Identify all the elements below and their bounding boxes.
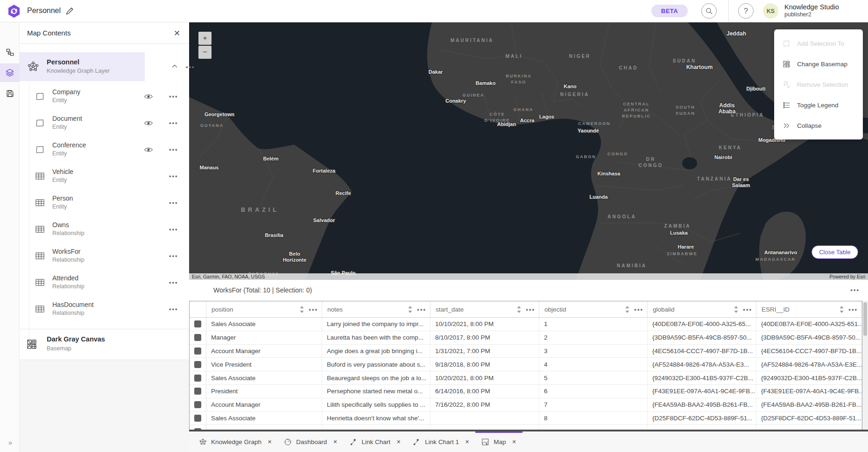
horizontal-scrollbar[interactable] bbox=[189, 430, 868, 431]
sort-icon[interactable] bbox=[625, 306, 629, 313]
menu-item-collapse[interactable]: Collapse bbox=[774, 115, 863, 136]
edit-title-icon[interactable] bbox=[64, 6, 75, 16]
layer-options-icon[interactable]: ••• bbox=[169, 173, 178, 180]
vertical-scrollbar-thumb[interactable] bbox=[863, 302, 867, 336]
layer-item-attended[interactable]: Attended Relationship ••• bbox=[20, 269, 189, 296]
sort-icon[interactable] bbox=[840, 306, 844, 313]
layer-item-conference[interactable]: Conference Entity ••• bbox=[20, 136, 189, 163]
cell-esri-id: {3DB9A59C-B5FA-49CB-8597-50... bbox=[756, 331, 862, 344]
sort-icon[interactable] bbox=[408, 306, 412, 313]
layer-item-document[interactable]: Document Entity ••• bbox=[20, 110, 189, 136]
city-label: Nairobi bbox=[714, 154, 732, 160]
layer-name: Person bbox=[52, 195, 73, 202]
layer-item-owns[interactable]: Owns Relationship ••• bbox=[20, 216, 189, 243]
row-checkbox[interactable] bbox=[194, 415, 201, 422]
close-tab-icon[interactable]: ✕ bbox=[333, 439, 337, 445]
column-options-icon[interactable]: ••• bbox=[743, 306, 752, 313]
row-checkbox[interactable] bbox=[194, 348, 201, 355]
column-options-icon[interactable]: ••• bbox=[526, 306, 535, 313]
visibility-eye-icon[interactable] bbox=[144, 145, 153, 154]
column-header-notes[interactable]: notes ••• bbox=[322, 301, 430, 317]
save-icon[interactable] bbox=[0, 84, 20, 103]
row-checkbox[interactable] bbox=[194, 361, 201, 368]
layer-options-icon[interactable]: ••• bbox=[169, 226, 178, 233]
column-options-icon[interactable]: ••• bbox=[417, 306, 426, 313]
layer-options-icon[interactable]: ••• bbox=[169, 119, 178, 126]
cell-objectid: 8 bbox=[539, 412, 648, 425]
close-tab-icon[interactable]: ✕ bbox=[268, 439, 272, 445]
close-tab-icon[interactable]: ✕ bbox=[512, 439, 516, 445]
column-header-start_date[interactable]: start_date ••• bbox=[430, 301, 539, 317]
layer-item-person[interactable]: Person Entity ••• bbox=[20, 189, 189, 216]
layer-item-hasdocument[interactable]: HasDocument Relationship ••• bbox=[20, 296, 189, 322]
city-label: Jeddah bbox=[727, 30, 746, 37]
search-button[interactable] bbox=[701, 3, 717, 19]
menu-item-toggle-legend[interactable]: Toggle Legend bbox=[774, 95, 863, 115]
tab-link-chart[interactable]: Link Chart ✕ bbox=[344, 431, 407, 452]
cell-notes: Larry joined the company to impr... bbox=[322, 318, 430, 331]
sort-icon[interactable] bbox=[734, 306, 738, 313]
layer-options-icon[interactable]: ••• bbox=[169, 146, 178, 153]
page-title: Personnel bbox=[27, 7, 61, 15]
column-options-icon[interactable]: ••• bbox=[634, 306, 643, 313]
close-table-button[interactable]: Close Table bbox=[812, 245, 858, 259]
column-header-position[interactable]: position ••• bbox=[206, 301, 322, 317]
map-canvas[interactable]: MAURITANIAMALINIGERCHADSUDANBURKINAFASOG… bbox=[189, 22, 868, 280]
close-tab-icon[interactable]: ✕ bbox=[465, 439, 469, 445]
column-header-esri__id[interactable]: ESRI__ID ••• bbox=[756, 301, 862, 317]
layer-options-icon[interactable]: ••• bbox=[169, 306, 178, 313]
visibility-eye-icon[interactable] bbox=[144, 92, 153, 101]
link-chart-icon bbox=[350, 438, 358, 446]
expand-rail-icon[interactable]: » bbox=[0, 438, 20, 446]
row-checkbox[interactable] bbox=[194, 334, 201, 341]
layer-item-vehicle[interactable]: Vehicle Entity ••• bbox=[20, 163, 189, 189]
row-checkbox[interactable] bbox=[194, 401, 201, 408]
column-header-globalid[interactable]: globalid ••• bbox=[648, 301, 756, 317]
city-label: Kinshasa bbox=[598, 171, 621, 176]
layer-options-icon[interactable]: ••• bbox=[169, 252, 178, 259]
map-icon bbox=[481, 438, 489, 446]
layer-group-options-icon[interactable]: ••• bbox=[186, 63, 195, 70]
tab-map[interactable]: Map ✕ bbox=[475, 431, 522, 452]
row-checkbox[interactable] bbox=[194, 375, 201, 382]
layers-icon[interactable] bbox=[0, 63, 20, 82]
city-label: Dakar bbox=[429, 69, 443, 75]
close-tab-icon[interactable]: ✕ bbox=[396, 439, 401, 445]
row-checkbox[interactable] bbox=[194, 320, 201, 327]
layer-options-icon[interactable]: ••• bbox=[169, 279, 178, 286]
sort-icon[interactable] bbox=[517, 306, 521, 313]
cell-notes: Buford is very passionate about s... bbox=[322, 358, 430, 371]
data-model-icon[interactable] bbox=[0, 43, 20, 62]
row-checkbox[interactable] bbox=[194, 388, 201, 395]
chevron-up-icon[interactable] bbox=[171, 63, 179, 71]
layer-group-personnel[interactable]: Personnel Knowledge Graph Layer ••• bbox=[20, 52, 189, 81]
column-options-icon[interactable]: ••• bbox=[848, 306, 858, 313]
layer-options-icon[interactable]: ••• bbox=[169, 93, 178, 100]
menu-item-change-basemap[interactable]: Change Basemap bbox=[774, 54, 863, 74]
table-icon bbox=[35, 197, 45, 208]
column-header-objectid[interactable]: objectid ••• bbox=[539, 301, 648, 317]
column-options-icon[interactable]: ••• bbox=[309, 306, 318, 313]
tab-knowledge-graph[interactable]: Knowledge Graph ✕ bbox=[193, 431, 278, 452]
close-panel-icon[interactable]: ✕ bbox=[171, 28, 183, 39]
zoom-out-button[interactable]: − bbox=[198, 46, 212, 59]
zoom-in-button[interactable]: + bbox=[198, 32, 212, 45]
layer-item-worksfor[interactable]: WorksFor Relationship ••• bbox=[20, 243, 189, 269]
select-all-cell[interactable] bbox=[190, 301, 206, 317]
table-options-icon[interactable]: ••• bbox=[850, 286, 860, 293]
basemap-item[interactable]: Dark Gray Canvas Basemap bbox=[20, 331, 189, 359]
layer-item-company[interactable]: Company Entity ••• bbox=[20, 83, 189, 110]
layer-options-icon[interactable]: ••• bbox=[169, 199, 178, 206]
vertical-scrollbar[interactable] bbox=[862, 301, 868, 430]
sort-icon[interactable] bbox=[300, 306, 304, 313]
cell-objectid: 4 bbox=[539, 358, 648, 371]
help-button[interactable]: ? bbox=[738, 3, 754, 19]
product-block: Knowledge Studio publisher2 bbox=[784, 3, 839, 19]
tab-dashboard[interactable]: Dashboard ✕ bbox=[278, 431, 343, 452]
city-label: Salvador bbox=[313, 217, 335, 223]
beta-badge: BETA bbox=[651, 5, 688, 17]
visibility-eye-icon[interactable] bbox=[144, 118, 153, 128]
user-avatar[interactable]: KS bbox=[763, 3, 778, 19]
table-icon bbox=[35, 277, 45, 288]
tab-link-chart-1[interactable]: Link Chart 1 ✕ bbox=[407, 431, 475, 452]
